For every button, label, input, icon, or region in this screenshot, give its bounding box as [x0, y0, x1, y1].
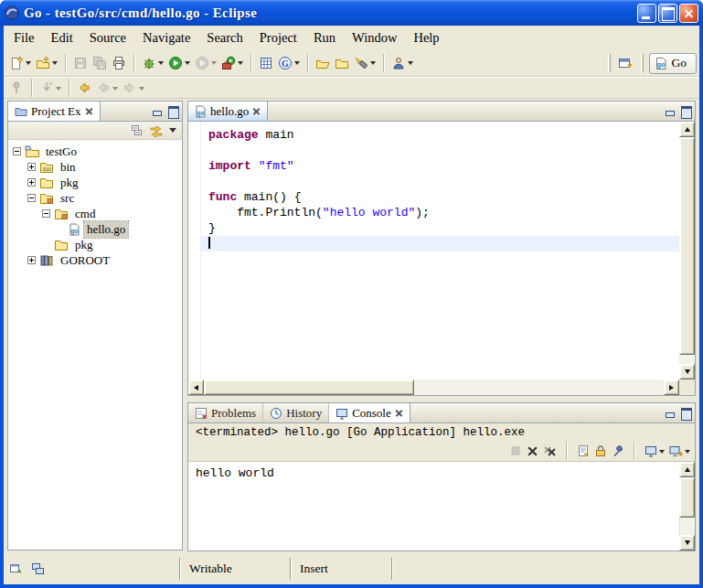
menu-file[interactable]: File	[5, 27, 43, 48]
tree-expand-icon[interactable]	[27, 256, 36, 264]
menu-navigate[interactable]: Navigate	[134, 27, 198, 48]
code-line[interactable]	[201, 174, 679, 189]
last-edit-location-button[interactable]	[75, 77, 93, 99]
external-tools-button[interactable]	[219, 52, 245, 74]
scroll-right-button[interactable]	[664, 380, 679, 395]
console-output-area[interactable]: hello world	[188, 461, 695, 551]
maximize-view-button[interactable]	[168, 106, 178, 116]
minimize-view-button[interactable]	[665, 408, 675, 418]
fast-view-button[interactable]	[9, 562, 23, 575]
close-icon[interactable]	[252, 107, 261, 115]
link-with-editor-button[interactable]	[150, 124, 163, 137]
code-line[interactable]: fmt.Println("hello world");	[201, 205, 679, 220]
scroll-thumb[interactable]	[679, 137, 695, 355]
code-line[interactable]	[201, 143, 679, 158]
minimize-window-button[interactable]	[637, 4, 656, 23]
editor-code[interactable]: package mainimport "fmt"func main() { fm…	[201, 122, 679, 380]
display-console-button[interactable]	[644, 444, 665, 457]
scroll-down-button[interactable]	[679, 535, 695, 551]
tree-collapse-icon[interactable]	[27, 194, 36, 202]
next-annotation-button[interactable]	[37, 77, 63, 99]
tree-item-pkg[interactable]: pkg	[13, 175, 182, 190]
tab-hello-go[interactable]: go hello.go	[188, 102, 268, 121]
editor-vertical-scrollbar[interactable]	[679, 122, 695, 380]
search-button[interactable]	[352, 52, 378, 74]
maximize-editor-button[interactable]	[681, 106, 691, 116]
print-button[interactable]	[110, 52, 128, 74]
run-button[interactable]	[166, 52, 192, 74]
editor-horizontal-scrollbar[interactable]	[188, 380, 679, 395]
open-console-button[interactable]	[669, 444, 690, 457]
menu-source[interactable]: Source	[81, 27, 134, 48]
menu-help[interactable]: Help	[405, 27, 447, 48]
close-icon[interactable]	[85, 107, 93, 115]
tree-item-testgo[interactable]: testGo	[13, 144, 182, 159]
close-icon[interactable]	[395, 409, 403, 417]
back-button[interactable]	[94, 77, 120, 99]
tree-item-hello-go[interactable]: go hello.go	[13, 221, 182, 237]
tab-problems[interactable]: Problems	[188, 403, 263, 422]
new-button[interactable]	[7, 52, 33, 74]
titlebar[interactable]: Go - testGo/src/cmd/hello.go - Eclipse	[0, 0, 703, 26]
close-window-button[interactable]	[679, 4, 698, 23]
run-history-button[interactable]	[193, 52, 218, 74]
view-menu-icon[interactable]	[169, 128, 176, 133]
tab-console[interactable]: Console	[329, 403, 410, 422]
go-perspective-button[interactable]: go Go	[649, 53, 698, 74]
pin-console-button[interactable]	[612, 444, 624, 457]
new-go-element-button[interactable]	[34, 52, 59, 74]
scroll-up-button[interactable]	[679, 122, 695, 137]
debug-button[interactable]	[140, 52, 165, 74]
open-resource-button[interactable]	[314, 52, 332, 74]
menu-edit[interactable]: Edit	[43, 27, 81, 48]
tree-collapse-icon[interactable]	[42, 209, 50, 218]
menu-window[interactable]: Window	[344, 27, 405, 48]
open-project-button[interactable]	[333, 52, 351, 74]
collapse-all-button[interactable]	[131, 124, 144, 137]
tab-history[interactable]: History	[263, 403, 329, 422]
minimize-editor-button[interactable]	[665, 106, 675, 116]
tree-expand-icon[interactable]	[27, 178, 36, 187]
code-line[interactable]: }	[201, 220, 679, 236]
go-tools-button[interactable]: G	[276, 52, 302, 74]
toolbar-grip[interactable]	[641, 54, 644, 72]
save-all-button[interactable]	[91, 52, 109, 74]
code-line[interactable]: func main() {	[201, 189, 679, 205]
remove-all-terminated-button[interactable]	[543, 445, 557, 457]
clear-console-button[interactable]	[577, 444, 590, 457]
menu-search[interactable]: Search	[198, 27, 250, 48]
toolbar-grip[interactable]	[608, 54, 611, 72]
scroll-up-button[interactable]	[679, 462, 695, 477]
scroll-down-button[interactable]	[679, 364, 695, 380]
forward-button[interactable]	[121, 77, 146, 99]
tab-project-explorer[interactable]: Project Ex	[8, 102, 101, 121]
team-button[interactable]	[389, 52, 415, 74]
tree-item-cmd[interactable]: cmd	[13, 206, 182, 221]
tree-item-goroot[interactable]: GOROOT	[13, 252, 182, 268]
menu-run[interactable]: Run	[305, 27, 344, 48]
menu-project[interactable]: Project	[251, 27, 305, 48]
tree-item-src-pkg[interactable]: pkg	[13, 237, 182, 252]
console-vertical-scrollbar[interactable]	[679, 462, 695, 551]
tree-collapse-icon[interactable]	[13, 147, 21, 155]
minimize-view-button[interactable]	[152, 106, 162, 116]
open-perspective-button[interactable]	[616, 52, 634, 74]
terminate-button[interactable]	[509, 444, 522, 457]
maximize-window-button[interactable]	[658, 4, 677, 23]
tree-item-src[interactable]: src	[13, 190, 182, 206]
tree-item-bin[interactable]: 010 bin	[13, 159, 182, 175]
console-output-text[interactable]: hello world	[188, 462, 679, 551]
scroll-thumb[interactable]	[204, 380, 414, 395]
tree-expand-icon[interactable]	[27, 163, 36, 171]
code-line[interactable]: import "fmt"	[201, 158, 679, 174]
pin-editor-button[interactable]	[7, 77, 26, 99]
remove-launch-button[interactable]	[527, 445, 538, 457]
annotation-ruler[interactable]	[188, 122, 201, 380]
code-line[interactable]: package main	[201, 127, 679, 143]
scroll-thumb[interactable]	[679, 477, 695, 518]
scroll-left-button[interactable]	[188, 380, 204, 395]
new-go-project-button[interactable]	[257, 52, 275, 74]
code-line[interactable]	[201, 236, 679, 251]
views-button[interactable]	[31, 562, 45, 575]
save-button[interactable]	[71, 52, 90, 74]
